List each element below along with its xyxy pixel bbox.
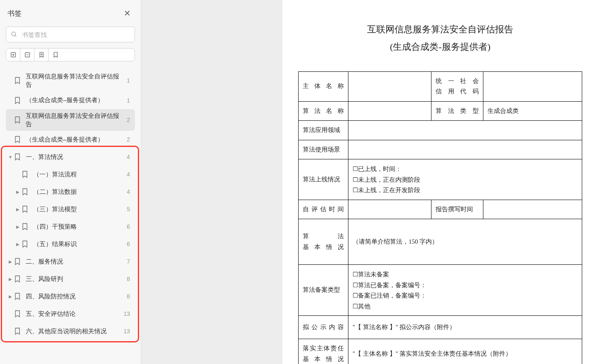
- cell-self-eval-time: 自评估时间: [299, 200, 348, 219]
- search-box: [6, 27, 135, 42]
- cell-credit-code-value: [483, 71, 582, 101]
- bookmark-list[interactable]: 互联网信息服务算法安全自评估报告1（生成合成类–服务提供者）1互联网信息服务算法…: [6, 70, 135, 364]
- cell-responsibility-value: "【 主体名称 】" 落实算法安全主体责任基本情况（附件）: [348, 339, 582, 364]
- svg-line-1: [15, 35, 16, 37]
- cell-alg-name: 算法名称: [299, 101, 348, 121]
- doc-title: 互联网信息服务算法安全自评估报告 (生成合成类-服务提供者): [298, 21, 582, 56]
- cell-online-status-value: ☐已上线，时间： ☐未上线，正在内测阶段 ☐未上线，正在开发阶段: [348, 159, 582, 200]
- bookmark-page: 13: [123, 328, 132, 335]
- bookmark-page: 1: [124, 97, 132, 104]
- bookmark-page: 2: [124, 117, 132, 123]
- bookmark-page: 4: [124, 154, 132, 160]
- bookmark-action-2-button[interactable]: [49, 49, 63, 61]
- bookmark-item[interactable]: 五、安全评估结论13: [6, 305, 135, 322]
- bookmark-item[interactable]: ▼一、算法情况4: [6, 148, 135, 166]
- chevron-icon[interactable]: ▶: [15, 207, 21, 212]
- doc-title-line2: (生成合成类-服务提供者): [298, 38, 582, 56]
- bookmark-label: （一）算法流程: [33, 170, 124, 178]
- bookmark-item[interactable]: 互联网信息服务算法安全自评估报告1: [6, 70, 135, 92]
- cell-credit-code: 统一社会 信用代码: [431, 71, 483, 101]
- bookmark-label: 一、算法情况: [26, 153, 124, 161]
- cell-filing-type: 算法备案类型: [299, 265, 348, 316]
- bookmarks-sidebar: 书签 ✕ 互联网信息服务算法安全自评估报告1（生成合成类–服务提供者）1互联网信…: [0, 0, 141, 364]
- cell-self-eval-time-value: [348, 200, 431, 219]
- close-icon[interactable]: ✕: [121, 7, 133, 19]
- bookmark-label: 六、其他应当说明的相关情况: [26, 327, 123, 335]
- bookmark-item[interactable]: ▶（三）算法模型5: [6, 200, 135, 218]
- bookmark-item[interactable]: （生成合成类–服务提供者）1: [6, 92, 135, 109]
- bookmark-icon: [21, 188, 29, 196]
- search-input[interactable]: [6, 27, 135, 42]
- bookmark-action-1-button[interactable]: [34, 49, 49, 61]
- bookmark-label: 互联网信息服务算法安全自评估报告: [26, 72, 124, 89]
- bookmark-label: 二、服务情况: [26, 257, 124, 266]
- bookmark-icon: [13, 116, 22, 124]
- bookmark-page: 13: [123, 310, 132, 317]
- chevron-icon[interactable]: ▶: [15, 190, 21, 194]
- bookmark-page: 6: [124, 241, 132, 247]
- bookmark-item[interactable]: ▶（五）结果标识6: [6, 235, 135, 253]
- bookmark-icon: [21, 222, 29, 231]
- chevron-icon[interactable]: ▼: [7, 155, 13, 159]
- bookmark-item[interactable]: （生成合成类–服务提供者）2: [6, 131, 135, 148]
- cell-filing-type-value: ☐算法未备案 ☐算法已备案，备案编号： ☐备案已注销，备案编号： ☐其他: [348, 265, 582, 316]
- bookmark-label: （四）干预策略: [33, 222, 124, 231]
- bookmark-page: 6: [124, 223, 132, 230]
- bookmark-icon: [13, 96, 22, 105]
- bookmark-icon: [13, 153, 22, 161]
- bookmark-item[interactable]: ▶二、服务情况7: [6, 253, 135, 270]
- bookmark-label: （三）算法模型: [33, 205, 124, 213]
- collapse-all-button[interactable]: [20, 49, 34, 61]
- bookmark-icon: [13, 76, 22, 85]
- search-icon: [11, 31, 17, 38]
- bookmark-icon: [13, 327, 22, 335]
- sidebar-title: 书签: [7, 9, 22, 18]
- expand-all-button[interactable]: [6, 49, 20, 61]
- bookmark-item[interactable]: ▶四、风险防控情况8: [6, 288, 135, 305]
- bookmark-label: 四、风险防控情况: [26, 292, 124, 300]
- bookmark-page: 4: [124, 188, 132, 195]
- bookmark-icon: [21, 170, 29, 178]
- bookmark-icon: [13, 310, 22, 318]
- bookmark-item[interactable]: 六、其他应当说明的相关情况13: [6, 322, 135, 340]
- cell-report-time-value: [483, 200, 582, 219]
- bookmark-item[interactable]: ▶（四）干预策略6: [6, 218, 135, 235]
- chevron-icon[interactable]: ▶: [7, 294, 13, 299]
- cell-use-scene: 算法使用场景: [299, 140, 348, 159]
- bookmark-page: 8: [124, 293, 132, 300]
- bookmark-item[interactable]: （一）算法流程4: [6, 166, 135, 183]
- bookmark-label: （生成合成类–服务提供者）: [26, 96, 124, 104]
- cell-responsibility: 落实主体责任 基本情况: [299, 339, 348, 364]
- bookmark-label: （二）算法数据: [33, 188, 124, 196]
- cell-entity-name: 主体名称: [299, 71, 348, 101]
- bookmark-page: 4: [124, 171, 132, 178]
- bookmark-icon: [13, 257, 22, 266]
- bookmark-item[interactable]: 互联网信息服务算法安全自评估报告2: [6, 109, 135, 131]
- cell-alg-basic-value: （请简单介绍算法，150 字内）: [348, 219, 582, 265]
- form-table: 主体名称 统一社会 信用代码 算法名称 算法类型 生成合成类 算法应用领域 算法…: [298, 71, 582, 364]
- cell-alg-type-value: 生成合成类: [483, 101, 582, 121]
- bookmark-icon: [21, 205, 29, 213]
- bookmark-label: （生成合成类–服务提供者）: [26, 135, 124, 144]
- bookmark-page: 7: [124, 258, 132, 265]
- document-page: 互联网信息服务算法安全自评估报告 (生成合成类-服务提供者) 主体名称 统一社会…: [282, 0, 598, 364]
- cell-online-status: 算法上线情况: [299, 159, 348, 200]
- cell-app-domain-value: [348, 121, 582, 140]
- cell-report-time: 报告撰写时间: [431, 200, 483, 219]
- bookmark-icon: [13, 135, 22, 144]
- chevron-icon[interactable]: ▶: [7, 259, 13, 264]
- document-viewer[interactable]: 互联网信息服务算法安全自评估报告 (生成合成类-服务提供者) 主体名称 统一社会…: [282, 0, 598, 364]
- chevron-icon[interactable]: ▶: [7, 277, 13, 281]
- bookmark-label: （五）结果标识: [33, 240, 124, 248]
- svg-point-0: [12, 32, 15, 36]
- chevron-icon[interactable]: ▶: [15, 242, 21, 247]
- chevron-icon[interactable]: ▶: [15, 225, 21, 229]
- bookmark-page: 8: [124, 276, 132, 282]
- cell-app-domain: 算法应用领域: [299, 121, 348, 140]
- bookmark-item[interactable]: ▶三、风险研判8: [6, 270, 135, 288]
- cell-alg-name-value: [348, 101, 431, 121]
- bookmark-page: 5: [124, 206, 132, 213]
- sidebar-header: 书签 ✕: [6, 7, 135, 19]
- bookmark-label: 三、风险研判: [26, 275, 124, 283]
- bookmark-item[interactable]: ▶（二）算法数据4: [6, 183, 135, 200]
